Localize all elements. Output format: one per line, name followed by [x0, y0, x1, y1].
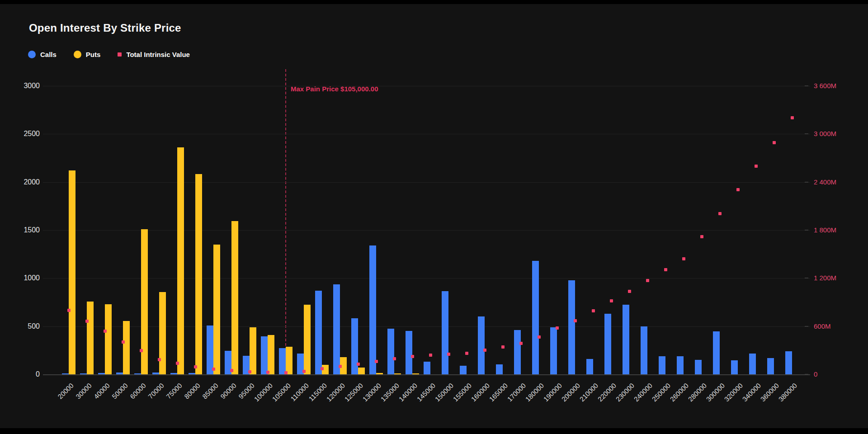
intrinsic-value-point[interactable] [718, 212, 722, 215]
calls-bar[interactable] [387, 329, 394, 374]
intrinsic-value-point[interactable] [483, 349, 486, 352]
intrinsic-value-point[interactable] [176, 362, 179, 365]
calls-bar[interactable] [261, 336, 268, 374]
intrinsic-value-point[interactable] [248, 370, 251, 373]
intrinsic-value-point[interactable] [321, 367, 324, 370]
calls-bar[interactable] [514, 330, 521, 374]
puts-bar[interactable] [69, 170, 75, 374]
intrinsic-value-point[interactable] [501, 345, 505, 349]
puts-bar[interactable] [412, 373, 419, 374]
intrinsic-value-point[interactable] [85, 320, 89, 323]
puts-bar[interactable] [304, 305, 311, 374]
right-axis-tick-mark [805, 85, 808, 86]
intrinsic-value-point[interactable] [429, 354, 432, 357]
puts-bar[interactable] [141, 229, 148, 374]
calls-bar[interactable] [333, 284, 340, 374]
calls-bar[interactable] [550, 327, 557, 374]
calls-bar[interactable] [189, 373, 195, 374]
intrinsic-value-point[interactable] [736, 188, 740, 191]
intrinsic-value-point[interactable] [610, 299, 613, 302]
calls-bar[interactable] [659, 356, 665, 374]
calls-bar[interactable] [207, 326, 213, 374]
calls-bar[interactable] [315, 291, 322, 374]
puts-bar[interactable] [358, 368, 365, 374]
calls-bar[interactable] [677, 356, 684, 374]
intrinsic-value-point[interactable] [140, 349, 143, 352]
calls-bar[interactable] [478, 316, 485, 374]
calls-bar[interactable] [442, 291, 448, 374]
puts-bar[interactable] [268, 335, 274, 374]
intrinsic-value-point[interactable] [339, 365, 342, 368]
calls-bar[interactable] [731, 360, 738, 374]
calls-bar[interactable] [424, 362, 430, 374]
intrinsic-value-point[interactable] [67, 309, 71, 312]
intrinsic-value-point[interactable] [447, 353, 450, 356]
calls-bar[interactable] [623, 305, 629, 374]
calls-bar[interactable] [604, 314, 611, 374]
intrinsic-value-point[interactable] [230, 369, 233, 372]
puts-bar[interactable] [213, 245, 220, 374]
calls-bar[interactable] [785, 351, 792, 374]
calls-bar[interactable] [532, 261, 539, 374]
intrinsic-value-point[interactable] [122, 340, 125, 344]
calls-bar[interactable] [134, 373, 141, 374]
calls-bar[interactable] [369, 245, 376, 374]
intrinsic-value-point[interactable] [194, 365, 197, 368]
intrinsic-value-point[interactable] [592, 309, 595, 312]
y-axis-tick-right: 1 800M [814, 226, 836, 234]
intrinsic-value-point[interactable] [284, 371, 288, 374]
calls-bar[interactable] [152, 373, 159, 374]
intrinsic-value-point[interactable] [158, 358, 161, 361]
calls-bar[interactable] [713, 331, 720, 374]
puts-bar[interactable] [105, 304, 112, 374]
intrinsic-value-point[interactable] [302, 370, 306, 373]
calls-bar[interactable] [695, 360, 702, 374]
calls-bar[interactable] [586, 359, 593, 374]
x-tick-label: 170000 [506, 382, 527, 403]
intrinsic-value-point[interactable] [682, 257, 685, 260]
puts-bar[interactable] [250, 327, 256, 374]
intrinsic-value-point[interactable] [700, 235, 703, 238]
intrinsic-value-point[interactable] [664, 268, 667, 271]
calls-bar[interactable] [62, 373, 69, 374]
calls-bar[interactable] [568, 280, 575, 374]
intrinsic-value-point[interactable] [791, 116, 794, 119]
intrinsic-value-point[interactable] [212, 368, 215, 371]
calls-bar[interactable] [351, 318, 358, 374]
intrinsic-value-point[interactable] [519, 342, 523, 345]
intrinsic-value-point[interactable] [755, 165, 758, 168]
intrinsic-value-point[interactable] [411, 355, 414, 358]
intrinsic-value-point[interactable] [266, 371, 269, 374]
puts-bar[interactable] [231, 221, 238, 374]
intrinsic-value-point[interactable] [556, 326, 559, 330]
intrinsic-value-point[interactable] [104, 330, 107, 333]
puts-bar[interactable] [286, 347, 292, 374]
calls-bar[interactable] [80, 373, 87, 374]
calls-bar[interactable] [279, 348, 286, 374]
calls-bar[interactable] [641, 326, 647, 374]
puts-bar[interactable] [177, 147, 184, 374]
intrinsic-value-point[interactable] [628, 290, 631, 293]
calls-bar[interactable] [406, 331, 412, 374]
calls-bar[interactable] [116, 373, 123, 374]
intrinsic-value-point[interactable] [538, 335, 541, 339]
intrinsic-value-point[interactable] [574, 319, 577, 322]
puts-bar[interactable] [159, 292, 166, 374]
intrinsic-value-point[interactable] [773, 141, 776, 144]
calls-bar[interactable] [170, 373, 177, 374]
puts-bar[interactable] [87, 302, 94, 374]
intrinsic-value-point[interactable] [375, 360, 378, 363]
intrinsic-value-point[interactable] [393, 357, 396, 360]
puts-bar[interactable] [394, 373, 401, 374]
calls-bar[interactable] [749, 354, 756, 374]
puts-bar[interactable] [123, 321, 130, 374]
puts-bar[interactable] [376, 373, 383, 374]
calls-bar[interactable] [496, 364, 503, 374]
calls-bar[interactable] [767, 358, 774, 374]
intrinsic-value-point[interactable] [646, 279, 649, 282]
intrinsic-value-point[interactable] [465, 352, 468, 355]
intrinsic-value-point[interactable] [357, 363, 360, 366]
calls-bar[interactable] [460, 366, 467, 374]
calls-bar[interactable] [98, 373, 105, 374]
puts-bar[interactable] [195, 174, 202, 374]
